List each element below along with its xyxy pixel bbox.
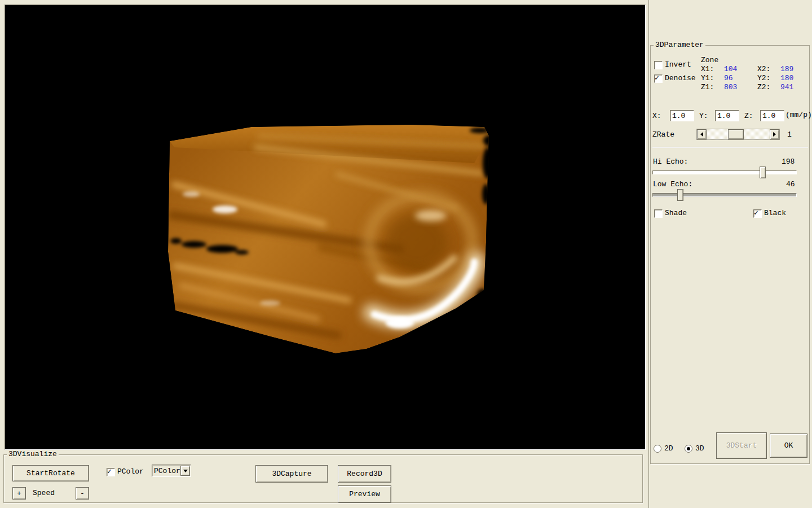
pcolor-dropdown-button[interactable] bbox=[180, 466, 190, 476]
black-checkbox[interactable]: ✓ bbox=[753, 209, 762, 218]
black-label: Black bbox=[764, 209, 786, 217]
low-echo-value: 46 bbox=[786, 180, 795, 189]
checkmark-icon: ✓ bbox=[754, 208, 758, 217]
shade-checkbox[interactable]: ✓ bbox=[654, 209, 663, 218]
speed-plus-button[interactable]: + bbox=[12, 487, 26, 500]
scale-x-input[interactable] bbox=[670, 110, 694, 121]
hi-echo-label: Hi Echo: bbox=[653, 157, 688, 166]
record3d-button[interactable]: Record3D bbox=[338, 465, 391, 483]
invert-label: Invert bbox=[665, 60, 691, 69]
radio-dot-icon bbox=[687, 447, 690, 450]
zone-z1-label: Z1: bbox=[701, 83, 714, 91]
mode-3d-radio[interactable] bbox=[685, 445, 692, 453]
pcolor-dropdown[interactable]: PColor bbox=[152, 465, 191, 477]
hi-echo-value: 198 bbox=[782, 157, 795, 166]
zrate-thumb[interactable] bbox=[728, 129, 744, 139]
ok-button[interactable]: OK bbox=[770, 433, 807, 458]
hi-echo-track[interactable] bbox=[652, 170, 797, 174]
visualize-groupbox: 3DVisualize StartRotate + Speed - ✓ PCol… bbox=[3, 454, 643, 503]
zone-y2-label: Y2: bbox=[757, 74, 770, 82]
denoise-label: Denoise bbox=[665, 74, 696, 82]
visualize-groupbox-title: 3DVisualize bbox=[7, 450, 59, 458]
zone-title: Zone bbox=[701, 56, 718, 64]
parameter-groupbox-title: 3DParameter bbox=[654, 41, 705, 49]
preview-button[interactable]: Preview bbox=[338, 485, 391, 503]
checkmark-icon: ✓ bbox=[655, 73, 659, 82]
scale-z-input[interactable] bbox=[760, 110, 784, 121]
checkmark-icon: ✓ bbox=[107, 467, 112, 476]
shade-label: Shade bbox=[665, 209, 687, 217]
zrate-left-arrow[interactable] bbox=[697, 129, 707, 139]
chevron-down-icon bbox=[183, 470, 188, 475]
zrate-value: 1 bbox=[787, 130, 792, 139]
zrate-label: ZRate bbox=[652, 130, 674, 139]
mode-2d-label: 2D bbox=[664, 444, 673, 453]
pcolor-checkbox[interactable]: ✓ bbox=[107, 468, 115, 476]
pcolor-checkbox-label: PColor bbox=[117, 467, 144, 476]
visualize-panel: 3DVisualize StartRotate + Speed - ✓ PCol… bbox=[0, 450, 647, 508]
zone-x1-label: X1: bbox=[701, 65, 714, 73]
mode-2d-radio[interactable] bbox=[654, 445, 661, 453]
zrate-scrollbar[interactable] bbox=[696, 129, 780, 140]
scale-y-label: Y: bbox=[699, 112, 708, 120]
ultrasound-volume-render bbox=[5, 5, 645, 449]
zone-y2-value: 180 bbox=[780, 74, 793, 82]
zone-x2-label: X2: bbox=[757, 65, 770, 73]
speed-minus-button[interactable]: - bbox=[76, 487, 89, 500]
low-echo-thumb[interactable] bbox=[677, 189, 683, 201]
hi-echo-thumb[interactable] bbox=[760, 167, 766, 178]
divider bbox=[652, 147, 808, 148]
3d-render-viewport[interactable] bbox=[5, 5, 646, 450]
scale-unit-label: (mm/p) bbox=[785, 111, 812, 119]
scale-y-input[interactable] bbox=[715, 110, 739, 121]
start-rotate-button[interactable]: StartRotate bbox=[12, 465, 89, 481]
zone-y1-value: 96 bbox=[724, 74, 733, 82]
arrow-left-icon bbox=[698, 132, 703, 137]
zone-z1-value: 803 bbox=[724, 83, 737, 91]
pcolor-dropdown-value: PColor bbox=[152, 467, 180, 475]
denoise-checkbox[interactable]: ✓ bbox=[654, 75, 663, 83]
zone-x1-value: 104 bbox=[724, 65, 737, 73]
zone-x2-value: 189 bbox=[780, 65, 793, 73]
parameter-groupbox: 3DParameter ✓ Invert ✓ Denoise Zone X1: … bbox=[650, 45, 810, 464]
parameter-panel: 3DParameter ✓ Invert ✓ Denoise Zone X1: … bbox=[648, 0, 812, 508]
low-echo-slider[interactable] bbox=[652, 189, 797, 201]
zone-z2-label: Z2: bbox=[757, 83, 770, 91]
mode-3d-label: 3D bbox=[695, 444, 704, 453]
scale-z-label: Z: bbox=[744, 112, 753, 120]
zone-z2-value: 941 bbox=[780, 83, 793, 91]
speed-label: Speed bbox=[33, 489, 55, 497]
low-echo-label: Low Echo: bbox=[653, 180, 692, 189]
zone-y1-label: Y1: bbox=[701, 74, 714, 82]
3dcapture-button[interactable]: 3DCapture bbox=[255, 465, 328, 483]
invert-checkbox[interactable]: ✓ bbox=[654, 61, 663, 69]
hi-echo-slider[interactable] bbox=[652, 167, 797, 178]
scale-x-label: X: bbox=[652, 112, 661, 120]
arrow-right-icon bbox=[773, 132, 778, 137]
low-echo-track[interactable] bbox=[652, 193, 797, 197]
zrate-right-arrow[interactable] bbox=[770, 129, 779, 139]
3dstart-button[interactable]: 3DStart bbox=[716, 432, 767, 459]
